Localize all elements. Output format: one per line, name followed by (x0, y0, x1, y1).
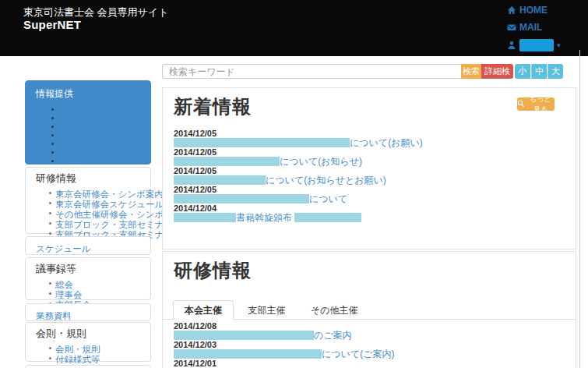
list-item: 理事会 (55, 288, 150, 299)
whats-new-panel: 新着情報 もっと見る 2014/12/05 について(お願い) 2014/12/… (162, 87, 576, 249)
sidebar-section-gyomu-shiryo: 業務資料 (25, 303, 151, 321)
news-item: 2014/12/03 について(ご案内) (174, 340, 568, 359)
list-item: 支部ブロック・支部セミナー案内 (55, 218, 150, 228)
redacted-text (174, 213, 236, 222)
search-input[interactable] (162, 64, 461, 79)
news-link[interactable]: のご案内 (174, 330, 352, 341)
news-link[interactable]: について(お願い) (174, 137, 423, 148)
whats-new-list: 2014/12/05 について(お願い) 2014/12/05 について(お知ら… (174, 129, 568, 222)
news-item: 2014/12/05 について(お願い) (174, 129, 568, 147)
redacted-list-item[interactable] (51, 114, 150, 122)
training-info-panel: 研修情報 本会主催 支部主催 その他主催 2014/12/08 のご案内 201… (162, 251, 576, 368)
user-menu[interactable]: ▾ (507, 39, 561, 51)
tab-sonota-shusai[interactable]: その他主催 (300, 301, 369, 320)
redacted-list-item[interactable] (51, 157, 150, 165)
news-line: について (174, 194, 568, 203)
redacted-text (174, 194, 309, 203)
font-size-small-button[interactable]: 小 (515, 64, 530, 79)
sidebar-section-joho-teikyo: 情報提供 (25, 80, 151, 165)
sidebar-section-schedule: スケジュール (25, 236, 151, 255)
nav-mail-label: MAIL (519, 22, 542, 33)
redacted-text (174, 349, 322, 359)
redacted-text (174, 157, 280, 166)
sidebar-kenshu-links: 東京会研修会・シンポ案内 東京会研修会スケジュール その他主催研修会・シンポ案内… (26, 188, 150, 239)
mail-icon (507, 23, 516, 32)
sidebar-title-joho-teikyo: 情報提供 (26, 81, 150, 105)
more-button[interactable]: もっと見る (517, 97, 555, 111)
redacted-list-item[interactable] (51, 131, 150, 140)
redacted-list-item[interactable] (51, 148, 150, 157)
list-item: 総会 (55, 278, 150, 288)
tab-honkai-shusai[interactable]: 本会主催 (173, 300, 234, 320)
sidebar-section-gijiroku: 議事録等 総会 理事会 支部長会 (25, 257, 151, 300)
nav-home-label: HOME (519, 5, 548, 16)
news-item: 2014/12/04 書籍斡旋頒布 (174, 203, 568, 222)
sidebar-title-kaisoku: 会則・規則 (26, 323, 150, 343)
search-icon (517, 100, 525, 109)
sidebar-item-gyomu-shiryo[interactable]: 業務資料 (36, 311, 72, 320)
news-line: 書籍斡旋頒布 (174, 213, 568, 222)
redacted-text (294, 213, 361, 222)
redacted-list-item[interactable] (51, 122, 150, 131)
training-info-title: 研修情報 (174, 258, 252, 283)
redacted-text (174, 175, 266, 185)
news-link[interactable]: について(お知らせ) (174, 156, 362, 167)
app-header: 東京司法書士会 会員専用サイト SuperNET HOME MAIL ▾ (0, 0, 588, 56)
sidebar-section-clipped (25, 365, 151, 368)
news-link[interactable]: について (174, 193, 347, 204)
redacted-link-list (26, 105, 150, 165)
news-line: について(お知らせ) (174, 157, 568, 166)
news-item: 2014/12/08 のご案内 (174, 321, 568, 340)
news-item: 2014/12/05 について(お知らせとお願い) (174, 166, 568, 185)
nav-home-link[interactable]: HOME (507, 5, 548, 16)
news-item: 2014/12/05 について (174, 185, 568, 203)
whats-new-title: 新着情報 (174, 94, 252, 119)
training-news-list: 2014/12/08 のご案内 2014/12/03 について(ご案内) 201… (174, 321, 568, 368)
sidebar-section-kenshu: 研修情報 東京会研修会・シンポ案内 東京会研修会スケジュール その他主催研修会・… (25, 167, 151, 234)
page-edge-line (579, 50, 580, 368)
font-size-large-button[interactable]: 大 (548, 64, 563, 79)
advanced-search-button[interactable]: 詳細検索 (481, 64, 513, 79)
nav-mail-link[interactable]: MAIL (507, 22, 542, 33)
redacted-list-item[interactable] (51, 140, 150, 148)
redacted-text (174, 138, 350, 147)
list-item: 東京会研修会・シンポ案内 (55, 188, 150, 198)
news-line: のご案内 (174, 331, 568, 340)
site-name: SuperNET (23, 18, 81, 31)
sidebar-title-gijiroku: 議事録等 (26, 258, 150, 278)
home-icon (507, 5, 516, 15)
font-size-medium-button[interactable]: 中 (531, 64, 547, 79)
tab-shibu-shusai[interactable]: 支部主催 (237, 301, 296, 320)
redacted-text (174, 331, 314, 340)
news-line: について(ご案内) (174, 349, 568, 359)
username-redacted (519, 39, 554, 51)
sidebar-item-schedule[interactable]: スケジュール (36, 244, 90, 253)
news-item: 2014/12/01 平成26年度冬期研修会の開催及び受講申込方法について(ご案… (174, 359, 568, 368)
list-item: 会則・規則 (55, 343, 150, 353)
news-link[interactable]: について(お知らせとお願い) (174, 175, 386, 186)
sidebar-section-kaisoku: 会則・規則 会則・規則 付録様式等 過去の会則・規則等 (25, 322, 151, 362)
news-link[interactable]: 書籍斡旋頒布 (174, 212, 361, 223)
training-tabs: 本会主催 支部主催 その他主催 (163, 300, 576, 320)
news-item: 2014/12/05 について(お知らせ) (174, 147, 568, 166)
list-item: 東京会研修会スケジュール (55, 198, 150, 208)
more-button-label: もっと見る (526, 94, 555, 115)
redacted-list-item[interactable] (51, 105, 150, 114)
chevron-down-icon: ▾ (557, 41, 561, 49)
page: 東京司法書士会 会員専用サイト SuperNET HOME MAIL ▾ 検索 … (0, 0, 588, 368)
news-line: について(お願い) (174, 138, 568, 147)
news-line: について(お知らせとお願い) (174, 175, 568, 185)
list-item: 付録様式等 (55, 353, 150, 363)
search-button[interactable]: 検索 (461, 64, 481, 79)
user-icon (507, 41, 516, 50)
news-link[interactable]: について(ご案内) (174, 349, 394, 359)
list-item: その他主催研修会・シンポ案内 (55, 208, 150, 218)
sidebar-title-kenshu: 研修情報 (26, 168, 150, 188)
